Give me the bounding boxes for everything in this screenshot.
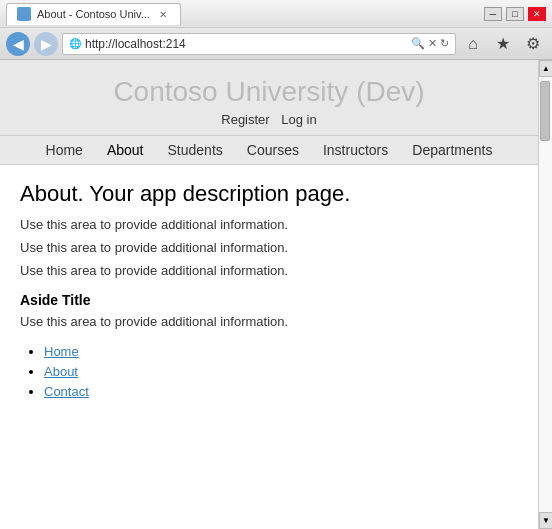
info-line-1: Use this area to provide additional info… xyxy=(20,217,518,232)
page-heading: About. Your app description page. xyxy=(20,181,518,207)
list-item: Home xyxy=(44,343,518,359)
auth-links: Register Log in xyxy=(0,112,538,127)
close-button[interactable]: ✕ xyxy=(528,7,546,21)
main-content: About. Your app description page. Use th… xyxy=(0,165,538,419)
nav-students[interactable]: Students xyxy=(156,142,235,158)
info-line-3: Use this area to provide additional info… xyxy=(20,263,518,278)
aside-title: Aside Title xyxy=(20,292,518,308)
scroll-track[interactable] xyxy=(539,77,552,512)
heading-normal: Your app description page. xyxy=(84,181,351,206)
register-link[interactable]: Register xyxy=(221,112,269,127)
site-title: Contoso University (Dev) xyxy=(0,76,538,108)
tab-favicon xyxy=(17,7,31,21)
browser-tab[interactable]: About - Contoso Univ... ✕ xyxy=(6,3,181,25)
scroll-down-arrow[interactable]: ▼ xyxy=(539,512,552,529)
footer-about-link[interactable]: About xyxy=(44,364,78,379)
site-header: Contoso University (Dev) Register Log in xyxy=(0,60,538,136)
browser-content: Contoso University (Dev) Register Log in… xyxy=(0,60,552,529)
login-link[interactable]: Log in xyxy=(281,112,316,127)
page-content: Contoso University (Dev) Register Log in… xyxy=(0,60,538,529)
address-bar: ◀ ▶ 🌐 http://localhost:214 🔍 ✕ ↻ ⌂ ★ ⚙ xyxy=(0,28,552,60)
toolbar-right: ⌂ ★ ⚙ xyxy=(460,32,546,56)
favorites-button[interactable]: ★ xyxy=(490,32,516,56)
aside-text: Use this area to provide additional info… xyxy=(20,314,518,329)
address-actions: 🔍 ✕ ↻ xyxy=(411,37,449,50)
address-field[interactable]: 🌐 http://localhost:214 🔍 ✕ ↻ xyxy=(62,33,456,55)
maximize-button[interactable]: □ xyxy=(506,7,524,21)
list-item: About xyxy=(44,363,518,379)
tab-title: About - Contoso Univ... xyxy=(37,8,150,20)
footer-home-link[interactable]: Home xyxy=(44,344,79,359)
footer-contact-link[interactable]: Contact xyxy=(44,384,89,399)
nav-courses[interactable]: Courses xyxy=(235,142,311,158)
settings-button[interactable]: ⚙ xyxy=(520,32,546,56)
nav-about[interactable]: About xyxy=(95,142,156,158)
list-item: Contact xyxy=(44,383,518,399)
browser-window: About - Contoso Univ... ✕ ─ □ ✕ ◀ ▶ 🌐 ht… xyxy=(0,0,552,529)
scroll-up-arrow[interactable]: ▲ xyxy=(539,60,552,77)
title-bar: About - Contoso Univ... ✕ ─ □ ✕ xyxy=(0,0,552,28)
scroll-thumb[interactable] xyxy=(540,81,550,141)
home-button[interactable]: ⌂ xyxy=(460,32,486,56)
address-text: http://localhost:214 xyxy=(85,37,407,51)
nav-instructors[interactable]: Instructors xyxy=(311,142,400,158)
address-icon: 🌐 xyxy=(69,38,81,49)
heading-bold: About. xyxy=(20,181,84,206)
minimize-button[interactable]: ─ xyxy=(484,7,502,21)
site-nav: Home About Students Courses Instructors … xyxy=(0,136,538,165)
vertical-scrollbar[interactable]: ▲ ▼ xyxy=(538,60,552,529)
nav-home[interactable]: Home xyxy=(34,142,95,158)
forward-button[interactable]: ▶ xyxy=(34,32,58,56)
nav-departments[interactable]: Departments xyxy=(400,142,504,158)
back-button[interactable]: ◀ xyxy=(6,32,30,56)
window-controls: ─ □ ✕ xyxy=(484,7,546,21)
info-line-2: Use this area to provide additional info… xyxy=(20,240,518,255)
tab-bar: About - Contoso Univ... ✕ xyxy=(6,3,181,25)
footer-links: Home About Contact xyxy=(20,343,518,399)
tab-close-button[interactable]: ✕ xyxy=(156,7,170,21)
